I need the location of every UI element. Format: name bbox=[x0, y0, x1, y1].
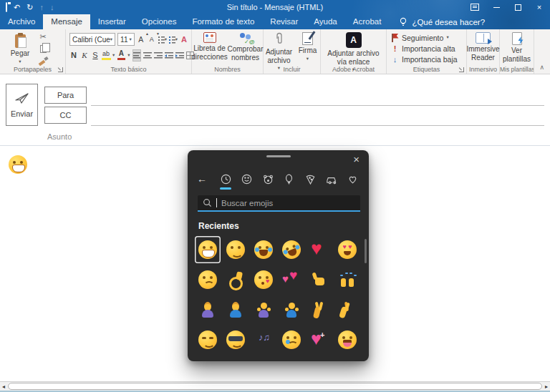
category-animals[interactable] bbox=[261, 172, 275, 186]
emoji-two-hearts[interactable] bbox=[279, 266, 304, 293]
emoji-face-blowing-kiss[interactable] bbox=[251, 266, 276, 293]
follow-up-button[interactable]: Seguimiento ▾ bbox=[387, 32, 466, 43]
highlight-color-button[interactable]: ab bbox=[102, 49, 110, 62]
horizontal-scrollbar-thumb[interactable] bbox=[8, 383, 542, 390]
ribbon-display-options-icon[interactable] bbox=[464, 0, 486, 14]
scroll-right-icon[interactable]: ▸ bbox=[545, 382, 548, 391]
cc-button[interactable]: CC bbox=[44, 107, 87, 124]
subject-input[interactable] bbox=[94, 130, 543, 144]
emoji-sparkling-heart[interactable] bbox=[307, 326, 332, 353]
emoji-woman[interactable] bbox=[195, 296, 221, 323]
save-icon[interactable] bbox=[6, 4, 7, 11]
bullets-button[interactable]: ▾ bbox=[158, 34, 167, 46]
emoji-winking-face[interactable] bbox=[195, 326, 221, 353]
paste-button[interactable]: Pegar ▾ bbox=[6, 31, 34, 64]
tell-me-search[interactable]: ¿Qué desea hacer? bbox=[399, 14, 485, 29]
emoji-smiling-face-smiling-eyes[interactable] bbox=[223, 236, 249, 263]
high-importance-button[interactable]: ! Importancia alta bbox=[387, 43, 466, 54]
immersive-reader-button[interactable]: Immersive Reader bbox=[467, 29, 499, 62]
emoji-winking-face-tongue[interactable] bbox=[334, 326, 360, 353]
emoji-beaming-face[interactable] bbox=[195, 236, 221, 263]
emoji-musical-notes[interactable] bbox=[251, 326, 276, 353]
horizontal-scrollbar[interactable]: ◂ ▸ bbox=[0, 381, 550, 391]
category-symbols[interactable] bbox=[345, 172, 360, 186]
category-food[interactable] bbox=[303, 172, 317, 186]
signature-caret[interactable]: ▾ bbox=[307, 57, 309, 62]
cut-button[interactable]: ✂ bbox=[37, 32, 49, 41]
emoji-worried-face[interactable] bbox=[195, 266, 221, 293]
emoji-victory-hand[interactable] bbox=[307, 296, 332, 323]
undo-icon[interactable]: ↶ bbox=[14, 4, 20, 11]
emoji-man[interactable] bbox=[223, 296, 249, 323]
low-importance-button[interactable]: ↓ Importancia baja bbox=[387, 54, 466, 64]
emoji-smiling-face-sunglasses[interactable] bbox=[223, 326, 249, 353]
cc-input[interactable] bbox=[94, 110, 543, 124]
font-name-select[interactable]: Calibri (Cue▾ bbox=[69, 33, 115, 46]
category-celebrations[interactable] bbox=[282, 172, 296, 186]
clear-formatting-button[interactable]: A bbox=[180, 34, 188, 46]
tab-acrobat[interactable]: Acrobat bbox=[345, 14, 390, 29]
panel-scrollbar-thumb[interactable] bbox=[365, 239, 367, 263]
emoji-heart-eyes[interactable] bbox=[334, 236, 360, 263]
decrease-indent-button[interactable] bbox=[165, 49, 173, 62]
numbering-button[interactable]: ▾ bbox=[169, 34, 178, 46]
emoji-ok-hand[interactable] bbox=[223, 266, 249, 293]
more-commands-icon[interactable] bbox=[60, 4, 63, 11]
scroll-left-icon[interactable]: ◂ bbox=[2, 382, 5, 391]
increase-indent-button[interactable] bbox=[175, 49, 184, 62]
underline-button[interactable]: S bbox=[91, 49, 100, 62]
view-templates-button[interactable]: Ver plantillas bbox=[500, 29, 534, 63]
tab-ayuda[interactable]: Ayuda bbox=[306, 14, 344, 29]
align-right-button[interactable] bbox=[154, 49, 163, 62]
category-recents[interactable] bbox=[218, 172, 233, 186]
tab-revisar[interactable]: Revisar bbox=[262, 14, 306, 29]
emoji-crying-face[interactable] bbox=[279, 326, 304, 353]
tab-archivo[interactable]: Archivo bbox=[0, 14, 43, 29]
minimize-icon[interactable] bbox=[486, 0, 507, 14]
emoji-search-input[interactable] bbox=[221, 199, 355, 207]
winking-face-emoji-art bbox=[198, 330, 217, 349]
shrink-font-button[interactable]: A▼ bbox=[148, 34, 156, 46]
tab-formato-de-texto[interactable]: Formato de texto bbox=[184, 14, 262, 29]
font-size-select[interactable]: 11▾ bbox=[117, 33, 135, 46]
category-smileys[interactable] bbox=[240, 172, 254, 186]
emoji-woman-shrugging[interactable] bbox=[251, 296, 276, 323]
emoji-raising-hands[interactable] bbox=[334, 266, 360, 293]
back-arrow-icon[interactable]: ← bbox=[197, 173, 211, 185]
emoji-red-heart[interactable] bbox=[307, 236, 332, 263]
panel-scrollbar[interactable] bbox=[364, 235, 367, 354]
copy-button[interactable] bbox=[37, 44, 49, 54]
align-center-button[interactable] bbox=[143, 49, 152, 62]
to-input[interactable] bbox=[94, 90, 543, 104]
to-button[interactable]: Para bbox=[44, 87, 87, 104]
close-icon[interactable]: × bbox=[529, 0, 550, 14]
font-color-caret[interactable]: ▾ bbox=[127, 53, 130, 58]
paste-dropdown-caret[interactable]: ▾ bbox=[19, 59, 21, 64]
align-left-button[interactable] bbox=[132, 49, 141, 62]
follow-up-caret[interactable]: ▾ bbox=[446, 35, 448, 40]
emoji-man-shrugging[interactable] bbox=[279, 296, 304, 323]
collapse-ribbon-icon[interactable]: ∧ bbox=[539, 64, 544, 71]
panel-drag-handle[interactable] bbox=[266, 155, 291, 157]
bold-button[interactable]: N bbox=[69, 49, 78, 62]
emoji-thumbs-up[interactable] bbox=[307, 266, 332, 293]
send-button[interactable]: Enviar bbox=[6, 84, 38, 126]
tab-insertar[interactable]: Insertar bbox=[90, 14, 134, 29]
tags-dialog-launcher-icon[interactable] bbox=[458, 67, 465, 73]
panel-close-icon[interactable]: × bbox=[350, 152, 362, 167]
maximize-icon[interactable] bbox=[507, 0, 529, 14]
format-painter-button[interactable] bbox=[37, 57, 49, 66]
category-travel[interactable] bbox=[324, 172, 339, 186]
tab-opciones[interactable]: Opciones bbox=[134, 14, 185, 29]
emoji-face-tears-of-joy[interactable] bbox=[251, 236, 276, 263]
clipboard-dialog-launcher-icon[interactable] bbox=[57, 67, 64, 73]
emoji-crossed-fingers[interactable] bbox=[334, 296, 360, 323]
emoji-rolling-on-floor-laughing[interactable] bbox=[279, 236, 304, 263]
emoji-search-box[interactable] bbox=[198, 195, 360, 212]
redo-icon[interactable]: ↻ bbox=[26, 4, 33, 11]
highlight-caret[interactable]: ▾ bbox=[112, 53, 115, 58]
font-color-button[interactable]: A bbox=[117, 49, 125, 62]
grow-font-button[interactable]: A▲ bbox=[137, 34, 145, 46]
italic-button[interactable]: K bbox=[80, 49, 89, 62]
tab-mensaje[interactable]: Mensaje bbox=[43, 14, 90, 29]
